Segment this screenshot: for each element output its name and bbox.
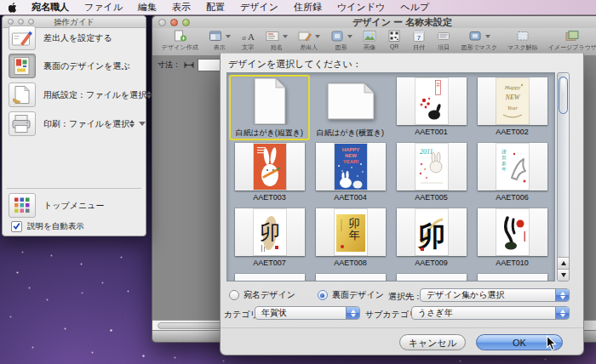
- scroll-up-button[interactable]: [558, 257, 569, 269]
- print-icon: [11, 114, 33, 134]
- category-select[interactable]: 年賀状: [255, 306, 360, 320]
- menu-item-0[interactable]: 宛名職人: [24, 2, 77, 12]
- toolbar-item-1[interactable]: 表示: [209, 30, 231, 52]
- popup-stepper-icon: [346, 307, 359, 319]
- design-thumbnail-AAET004[interactable]: HAPPYNEWYEAR!AAET004: [310, 140, 391, 206]
- dialog-divider: [221, 327, 583, 328]
- thumbnail-image: 卯: [235, 208, 305, 256]
- radio-address-design[interactable]: 宛名デザイン: [229, 289, 295, 301]
- thumbnail-image: [316, 77, 386, 125]
- guide-item-3[interactable]: 印刷：ファイルを選択: [9, 111, 140, 136]
- svg-text:7: 7: [416, 34, 421, 42]
- guide-item-0[interactable]: 差出人を設定する: [9, 26, 140, 50]
- design-thumbnail-AAET009[interactable]: 卯AAET009: [391, 206, 472, 271]
- thumbnail-image: [478, 208, 547, 256]
- design-thumbnail-partial-1[interactable]: [310, 271, 391, 282]
- radio-label: 宛名デザイン: [244, 289, 295, 301]
- text-icon: aA: [241, 30, 255, 43]
- destination-select[interactable]: デザイン集から選択: [420, 288, 570, 302]
- dropdown-arrow-icon: [347, 35, 352, 38]
- toolbar-item-2[interactable]: aA文字: [241, 30, 255, 52]
- svg-text:卯: 卯: [348, 217, 359, 230]
- thumbnail-label: 白紙はがき(縦置き): [236, 128, 303, 139]
- thumbnail-label: AAET005: [415, 193, 448, 202]
- svg-text:年: 年: [501, 167, 507, 172]
- design-thumbnail-AAET008[interactable]: 卯年AAET008: [310, 206, 391, 271]
- scrollbar-thumb[interactable]: [559, 77, 568, 114]
- design-thumbnail-AAET006[interactable]: 謹賀新年AAET006: [472, 140, 553, 206]
- paper-setting-icon: [9, 82, 36, 107]
- apple-menu-icon[interactable]: [0, 3, 24, 13]
- guide-item-1[interactable]: 裏面のデザインを選ぶ: [9, 54, 140, 78]
- menu-item-2[interactable]: 編集: [130, 2, 164, 12]
- mouse-cursor: [546, 335, 557, 355]
- design-thumbnail-AAET003[interactable]: AAET003: [229, 140, 310, 206]
- toolbar-item-5[interactable]: 図形: [330, 30, 352, 52]
- backside-design-icon: [9, 54, 36, 78]
- toolbar-item-11[interactable]: マスク解除: [507, 30, 538, 52]
- toolbar-item-9[interactable]: 項目: [437, 30, 451, 52]
- svg-text:A: A: [248, 31, 255, 42]
- window-title: デザイン ー 名称未設定: [209, 16, 596, 28]
- select-destination-label: 選択先：: [388, 291, 422, 303]
- stepper-icon[interactable]: [129, 120, 135, 128]
- design-thumbnail-AAET007[interactable]: 卯AAET007: [229, 206, 310, 271]
- minimize-button[interactable]: [170, 19, 178, 26]
- toolbar-item-6[interactable]: 画像: [363, 30, 377, 52]
- thumbnail-image: 賀: [397, 77, 467, 125]
- svg-text:新: 新: [501, 161, 507, 166]
- zoom-button[interactable]: [182, 19, 190, 26]
- disclosure-arrow-icon[interactable]: [139, 122, 146, 126]
- menu-item-8[interactable]: ヘルプ: [393, 2, 437, 12]
- guide-item-top-menu[interactable]: トップメニュー: [9, 193, 140, 218]
- vertical-scrollbar[interactable]: [557, 72, 570, 282]
- auto-help-checkbox[interactable]: [11, 221, 22, 232]
- design-thumbnail-AAET001[interactable]: 賀AAET001: [391, 75, 472, 140]
- size-label: 寸法：: [158, 60, 181, 71]
- toolbar-item-8[interactable]: 7日付: [412, 30, 427, 52]
- close-button[interactable]: [158, 19, 166, 26]
- thumbnail-image: 2011: [397, 143, 467, 191]
- design-thumbnail-partial-0[interactable]: [229, 271, 310, 282]
- design-create-icon: [173, 30, 187, 43]
- scroll-down-button[interactable]: [558, 269, 569, 281]
- width-measure-icon: [184, 61, 194, 69]
- design-thumbnail-白紙はがき(縦置き)[interactable]: 白紙はがき(縦置き): [229, 75, 310, 140]
- svg-text:NEW: NEW: [345, 153, 357, 158]
- top-menu-grid-icon: [11, 196, 33, 215]
- design-thumbnail-AAET005[interactable]: 2011AAET005: [391, 140, 472, 206]
- thumbnail-label: AAET001: [415, 128, 448, 136]
- toolbar-item-0[interactable]: デザイン作成: [162, 30, 198, 52]
- radio-icon: [229, 290, 239, 300]
- svg-text:賀: 賀: [501, 155, 507, 160]
- thumbnail-image: HappyNEWYear: [478, 77, 547, 125]
- window-titlebar[interactable]: デザイン ー 名称未設定: [152, 16, 596, 28]
- radio-backside-design[interactable]: 裏面デザイン: [318, 289, 384, 301]
- svg-text:a: a: [242, 33, 246, 42]
- guide-item-label: トップメニュー: [43, 200, 104, 212]
- menu-item-5[interactable]: デザイン: [232, 2, 286, 12]
- menu-item-4[interactable]: 配置: [198, 2, 232, 12]
- menu-item-3[interactable]: 表示: [164, 2, 198, 12]
- guide-item-2[interactable]: 用紙設定：ファイルを選択: [9, 82, 140, 107]
- print-icon: [9, 111, 36, 136]
- menu-item-7[interactable]: ウインドウ: [330, 2, 393, 12]
- toolbar-item-10[interactable]: 図形でマスク: [461, 30, 498, 52]
- design-thumbnail-AAET010[interactable]: AAET010: [472, 206, 553, 271]
- stepper-icon[interactable]: [146, 91, 152, 99]
- toolbar-item-7[interactable]: QR: [387, 30, 402, 49]
- cancel-button[interactable]: キャンセル: [399, 334, 466, 350]
- menu-item-6[interactable]: 住所録: [286, 2, 330, 12]
- subcategory-select[interactable]: うさぎ年: [411, 306, 570, 320]
- toolbar-item-3[interactable]: 宛名: [266, 30, 288, 52]
- toolbar-item-12[interactable]: イメージブラウザ: [548, 30, 596, 52]
- address-icon: [266, 30, 280, 43]
- design-thumbnail-partial-3[interactable]: [472, 271, 553, 282]
- design-thumbnail-白紙はがき(横置き)[interactable]: 白紙はがき(横置き): [310, 75, 391, 140]
- menu-item-1[interactable]: ファイル: [77, 2, 130, 12]
- design-thumbnail-partial-2[interactable]: [391, 271, 472, 282]
- toolbar-item-4[interactable]: 差出人: [298, 30, 320, 52]
- design-thumbnail-AAET002[interactable]: HappyNEWYearAAET002: [472, 75, 553, 140]
- mask-shape-icon: [468, 30, 483, 43]
- thumbnail-image: 卯年: [316, 208, 386, 256]
